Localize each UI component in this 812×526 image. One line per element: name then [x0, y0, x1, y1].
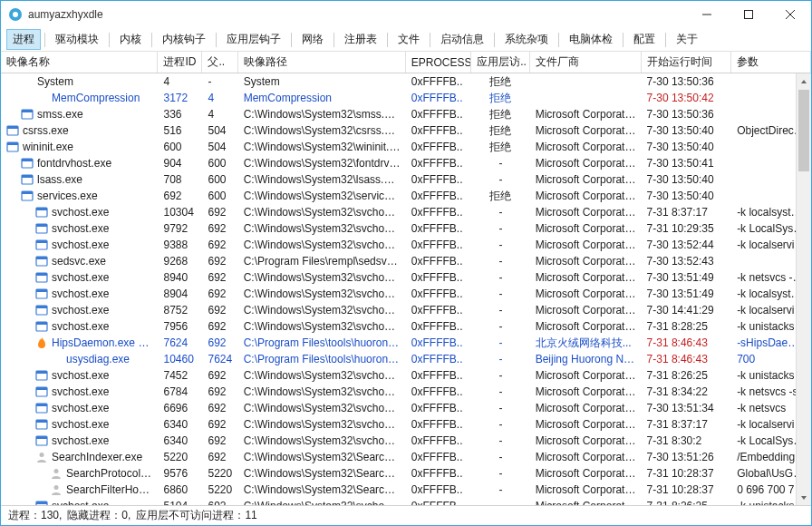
- menu-item-8[interactable]: 启动信息: [434, 29, 490, 50]
- minimize-button[interactable]: [686, 1, 728, 28]
- process-name: svchost.exe: [52, 369, 109, 382]
- table-row[interactable]: smss.exe3364C:\Windows\System32\smss.exe…: [1, 106, 811, 122]
- cell: 7-30 13:50:36: [642, 75, 732, 88]
- scroll-down-arrow[interactable]: [797, 490, 811, 505]
- table-row[interactable]: HipsDaemon.exe *327624692C:\Program File…: [1, 335, 811, 351]
- cell: Microsoft Corporation: [530, 287, 642, 300]
- menu-item-1[interactable]: 驱动模块: [49, 29, 105, 50]
- column-header-2[interactable]: 父..: [202, 52, 237, 73]
- menu-item-0[interactable]: 进程: [6, 29, 41, 50]
- cell: -: [471, 173, 530, 186]
- titlebar[interactable]: aumyazxhyxdle: [1, 1, 811, 28]
- cell: 7-30 14:41:29: [642, 304, 732, 317]
- cell: 6340: [158, 434, 202, 447]
- table-row[interactable]: svchost.exe8904692C:\Windows\System32\sv…: [1, 286, 811, 302]
- cell: C:\Windows\System32\smss.exe: [238, 108, 406, 121]
- table-row[interactable]: svchost.exe10304692C:\Windows\System32\s…: [1, 204, 811, 220]
- svg-rect-41: [36, 420, 47, 423]
- table-row[interactable]: svchost.exe6340692C:\Windows\System32\sv…: [1, 433, 811, 449]
- table-row[interactable]: usysdiag.exe104607624C:\Program Files\to…: [1, 351, 811, 367]
- table-row[interactable]: svchost.exe6784692C:\Windows\System32\sv…: [1, 384, 811, 400]
- menu-item-9[interactable]: 系统杂项: [498, 29, 555, 50]
- cell: 0xFFFFB..: [406, 239, 471, 251]
- cell: 600: [202, 173, 237, 186]
- scroll-up-arrow[interactable]: [797, 73, 811, 89]
- menu-item-3[interactable]: 内核钩子: [156, 29, 212, 50]
- table-row[interactable]: svchost.exe7452692C:\Windows\System32\sv…: [1, 367, 811, 384]
- column-header-0[interactable]: 映像名称: [1, 52, 158, 73]
- column-header-6[interactable]: 文件厂商: [530, 52, 642, 73]
- cell: -: [471, 500, 530, 505]
- menu-item-12[interactable]: 关于: [670, 29, 704, 50]
- table-row[interactable]: svchost.exe6340692C:\Windows\System32\sv…: [1, 416, 811, 433]
- table-row[interactable]: sedsvc.exe9268692C:\Program Files\rempl\…: [1, 253, 811, 269]
- table-row[interactable]: SearchIndexer.exe5220692C:\Windows\Syste…: [1, 449, 811, 465]
- menu-item-5[interactable]: 网络: [295, 29, 330, 50]
- table-row[interactable]: SearchProtocolH..95765220C:\Windows\Syst…: [1, 465, 811, 482]
- table-row[interactable]: svchost.exe8940692C:\Windows\System32\sv…: [1, 269, 811, 286]
- menu-item-10[interactable]: 电脑体检: [563, 29, 619, 50]
- cell: 7624: [202, 353, 237, 365]
- menu-item-2[interactable]: 内核: [113, 29, 148, 50]
- menu-item-4[interactable]: 应用层钩子: [220, 29, 287, 50]
- column-header-1[interactable]: 进程ID: [158, 52, 202, 73]
- process-icon: [35, 206, 48, 219]
- cell: Microsoft Corporation: [530, 141, 642, 153]
- cell: 0xFFFFB..: [406, 141, 471, 153]
- cell: 拒绝: [471, 140, 530, 155]
- cell: 拒绝: [471, 107, 530, 122]
- column-header-4[interactable]: EPROCESS: [406, 52, 471, 73]
- table-row[interactable]: svchost.exe9792692C:\Windows\System32\sv…: [1, 220, 811, 237]
- table-row[interactable]: svchost.exe9388692C:\Windows\System32\sv…: [1, 237, 811, 253]
- table-row[interactable]: csrss.exe516504C:\Windows\System32\csrss…: [1, 122, 811, 139]
- cell: 7-30 13:50:41: [642, 157, 732, 170]
- cell: C:\Windows\System32\svchost.exe: [238, 500, 406, 505]
- process-name: sedsvc.exe: [52, 255, 106, 268]
- table-row[interactable]: fontdrvhost.exe904600C:\Windows\System32…: [1, 155, 811, 171]
- column-header-8[interactable]: 参数: [731, 52, 811, 73]
- column-header-7[interactable]: 开始运行时间: [642, 52, 732, 73]
- cell: -: [471, 418, 530, 431]
- cell: 7-30 13:50:36: [642, 108, 732, 121]
- cell: 0xFFFFB..: [406, 255, 471, 268]
- menu-item-6[interactable]: 注册表: [338, 29, 383, 50]
- column-header-5[interactable]: 应用层访..: [471, 52, 530, 73]
- table-row[interactable]: svchost.exe5104692C:\Windows\System32\sv…: [1, 498, 811, 505]
- cell: 7-30 13:50:40: [642, 173, 732, 186]
- maximize-button[interactable]: [728, 1, 769, 28]
- process-table-body[interactable]: System4-System0xFFFFB..拒绝7-30 13:50:36Me…: [1, 73, 811, 505]
- svg-marker-50: [801, 496, 807, 500]
- table-row[interactable]: svchost.exe6696692C:\Windows\System32\sv…: [1, 400, 811, 416]
- scroll-thumb[interactable]: [798, 90, 809, 171]
- table-row[interactable]: lsass.exe708600C:\Windows\System32\lsass…: [1, 171, 811, 188]
- cell: 0xFFFFB..: [406, 483, 471, 496]
- cell: 692: [202, 418, 237, 431]
- menu-item-7[interactable]: 文件: [392, 29, 426, 50]
- table-row[interactable]: System4-System0xFFFFB..拒绝7-30 13:50:36: [1, 73, 811, 90]
- cell: -: [471, 434, 530, 447]
- svg-rect-21: [36, 224, 47, 227]
- cell: 0xFFFFB..: [406, 206, 471, 219]
- table-row[interactable]: services.exe692600C:\Windows\System32\se…: [1, 188, 811, 204]
- table-row[interactable]: MemCompression31724MemCompression0xFFFFB…: [1, 90, 811, 106]
- cell: 9576: [158, 467, 202, 480]
- cell: C:\Windows\System32\services.exe: [238, 190, 406, 202]
- close-button[interactable]: [769, 1, 811, 28]
- cell: Microsoft Corporation: [530, 320, 642, 333]
- svg-rect-15: [22, 175, 33, 178]
- cell: C:\Windows\System32\svchost.exe: [238, 287, 406, 300]
- table-row[interactable]: wininit.exe600504C:\Windows\System32\win…: [1, 139, 811, 155]
- cell: -: [471, 271, 530, 284]
- cell: C:\Program Files\rempl\sedsvc.exe: [238, 255, 406, 268]
- process-name: System: [37, 75, 73, 88]
- cell: 7-30 13:51:49: [642, 287, 732, 300]
- cell: C:\Windows\System32\svchost.exe: [238, 320, 406, 333]
- table-row[interactable]: svchost.exe8752692C:\Windows\System32\sv…: [1, 302, 811, 318]
- cell: -: [471, 369, 530, 382]
- table-row[interactable]: svchost.exe7956692C:\Windows\System32\sv…: [1, 318, 811, 335]
- vertical-scrollbar[interactable]: [796, 73, 811, 505]
- cell: Microsoft Corporation: [530, 467, 642, 480]
- menu-item-11[interactable]: 配置: [627, 29, 662, 50]
- table-row[interactable]: SearchFilterHost..68605220C:\Windows\Sys…: [1, 482, 811, 498]
- column-header-3[interactable]: 映像路径: [238, 52, 406, 73]
